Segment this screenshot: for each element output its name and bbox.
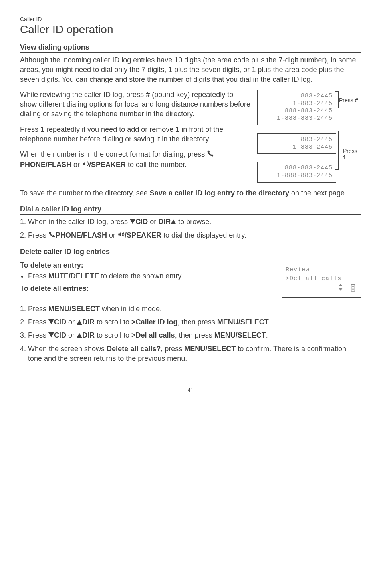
battery-icon: [350, 284, 356, 295]
triangle-down-icon: [48, 331, 54, 340]
svg-rect-6: [352, 286, 354, 287]
svg-marker-10: [77, 320, 82, 325]
bracket-pound: [335, 91, 339, 108]
breadcrumb: Caller ID: [20, 16, 361, 22]
triangle-down-icon: [48, 318, 54, 327]
view-dialing-para2: While reviewing the caller ID log, press…: [20, 90, 252, 119]
delete-all-step-4: When the screen shows Delete all calls?,…: [28, 344, 361, 364]
screens-column: 883-2445 1-883-2445 888-883-2445 1-888-8…: [257, 90, 361, 183]
page-number: 41: [20, 387, 361, 393]
section-dial-entry-head: Dial a caller ID log entry: [20, 205, 361, 215]
screen-one-formats-a: 883-2445 1-883-2445: [257, 133, 336, 154]
delete-all-step-3: Press CID or DIR to scroll to >Del all c…: [28, 330, 361, 340]
triangle-up-icon: [77, 331, 82, 340]
speaker-icon: [82, 160, 89, 170]
svg-marker-11: [48, 332, 54, 338]
up-down-icon: [338, 284, 343, 295]
triangle-up-icon: [171, 217, 176, 227]
press-pound-label: Press #: [339, 97, 358, 103]
dial-entry-steps: When in the caller ID log, press CID or …: [20, 217, 361, 240]
press-one-label: Press 1: [343, 148, 361, 161]
delete-all-steps: Press MENU/SELECT when in idle mode. Pre…: [20, 304, 361, 363]
svg-rect-7: [352, 288, 354, 288]
dial-step-2: Press PHONE/FLASH or /SPEAKER to dial th…: [28, 230, 361, 240]
delete-all-step-1: Press MENU/SELECT when in idle mode.: [28, 304, 361, 314]
svg-marker-0: [130, 219, 135, 224]
svg-marker-1: [171, 220, 176, 225]
svg-marker-3: [339, 288, 343, 291]
speaker-icon: [117, 231, 125, 240]
page-title: Caller ID operation: [20, 23, 361, 36]
phone-icon: [207, 150, 214, 159]
svg-marker-2: [339, 284, 343, 286]
screen-pound-formats: 883-2445 1-883-2445 888-883-2445 1-888-8…: [257, 90, 336, 125]
view-dialing-para4: When the number is in the correct format…: [20, 149, 252, 170]
delete-all-step-2: Press CID or DIR to scroll to >Caller ID…: [28, 317, 361, 327]
dial-step-1: When in the caller ID log, press CID or …: [28, 217, 361, 227]
triangle-down-icon: [130, 217, 135, 227]
triangle-up-icon: [77, 318, 82, 327]
phone-icon: [48, 231, 56, 240]
section-delete-head: Delete caller ID log entries: [20, 248, 361, 257]
view-dialing-para5: To save the number to the directory, see…: [20, 188, 361, 198]
bracket-one: [335, 131, 339, 170]
review-screen: Review >Del all calls: [282, 263, 361, 298]
view-dialing-para3: Press 1 repeatedly if you need to add or…: [20, 125, 252, 144]
svg-marker-9: [48, 319, 54, 324]
screen-one-formats-b: 888-883-2445 1-888-883-2445: [257, 162, 336, 183]
svg-rect-8: [352, 289, 354, 290]
view-dialing-para1: Although the incoming caller ID log entr…: [20, 55, 361, 84]
section-view-dialing-head: View dialing options: [20, 43, 361, 53]
svg-marker-12: [77, 333, 82, 338]
